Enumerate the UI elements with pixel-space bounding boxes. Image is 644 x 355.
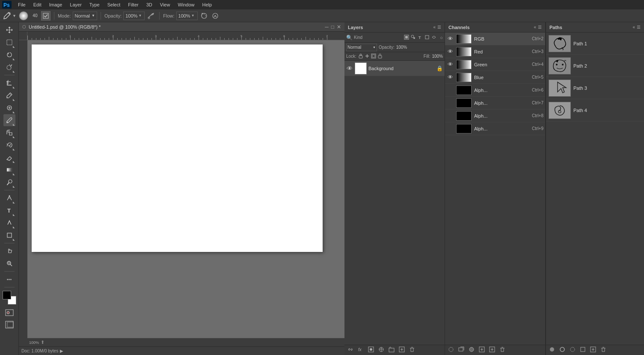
channel-rgb[interactable]: 👁 RGB Ctrl+2 [445, 33, 545, 45]
channel-alpha4[interactable]: 👁 Alph... Ctrl+9 [445, 122, 545, 135]
canvas-rotation-btn[interactable] [199, 11, 209, 21]
filter-adj-btn[interactable] [410, 35, 416, 41]
layer-adj-btn[interactable] [377, 346, 386, 354]
menu-layer[interactable]: Layer [66, 1, 85, 8]
path-item-4[interactable]: Path 4 [546, 99, 644, 121]
screen-mode-btn[interactable] [3, 319, 15, 331]
smoothing-btn[interactable] [211, 11, 220, 21]
foreground-color[interactable] [3, 291, 11, 299]
lock-pos-btn[interactable] [365, 53, 370, 59]
ch-delete-channel-btn[interactable] [498, 346, 507, 354]
scrollbar-h[interactable]: 100% ⬆ [27, 338, 344, 346]
paths-collapse-btn[interactable]: « [632, 25, 635, 30]
channel-green[interactable]: 👁 Green Ctrl+4 [445, 58, 545, 71]
quick-select-tool[interactable]: ◣ [3, 61, 15, 73]
quick-mask-btn[interactable] [3, 307, 15, 319]
ch-marching-ants-btn[interactable] [447, 346, 455, 354]
layer-group-btn[interactable] [387, 346, 396, 354]
path-new-btn[interactable] [589, 346, 597, 354]
filter-toggle[interactable]: ○ [440, 35, 443, 40]
move-tool[interactable] [3, 24, 15, 36]
zoom-tool[interactable] [3, 257, 15, 269]
channel-vis-alpha4[interactable]: 👁 [447, 125, 454, 132]
eyedropper-tool[interactable]: ◣ [3, 89, 15, 101]
filter-smart-btn[interactable] [431, 35, 437, 41]
more-tools[interactable]: ••• [3, 273, 15, 285]
lock-all-btn[interactable] [377, 53, 383, 59]
menu-edit[interactable]: Edit [30, 1, 45, 8]
layers-menu-btn[interactable]: ☰ [437, 25, 441, 30]
layer-vis-background[interactable]: 👁 [346, 65, 353, 72]
doc-close-btn[interactable]: ✕ [337, 24, 341, 30]
path-item-2[interactable]: Path 2 [546, 55, 644, 77]
path-to-shape-btn[interactable] [579, 346, 587, 354]
channel-alpha2[interactable]: 👁 Alph... Ctrl+7 [445, 97, 545, 109]
paths-menu-btn[interactable]: ☰ [637, 25, 641, 30]
ch-new-from-visible-btn[interactable] [457, 346, 466, 354]
menu-select[interactable]: Select [104, 1, 124, 8]
channel-vis-rgb[interactable]: 👁 [447, 36, 454, 42]
status-arrow[interactable]: ▶ [60, 349, 63, 353]
menu-help[interactable]: Help [199, 1, 216, 8]
path-delete-btn[interactable] [599, 346, 608, 354]
text-tool[interactable]: T ◣ [3, 204, 15, 216]
canvas-document[interactable] [32, 44, 323, 252]
color-swatches[interactable] [3, 291, 16, 305]
path-fill-btn[interactable] [548, 346, 556, 354]
menu-image[interactable]: Image [46, 1, 66, 8]
channel-vis-red[interactable]: 👁 [447, 48, 454, 55]
channel-vis-green[interactable]: 👁 [447, 61, 454, 68]
channel-vis-alpha1[interactable]: 👁 [447, 87, 454, 93]
filter-type-btn[interactable]: T [417, 35, 423, 41]
brush-size-display[interactable] [18, 10, 29, 21]
layers-collapse-btn[interactable]: « [433, 25, 436, 30]
dodge-tool[interactable]: ◣ [3, 176, 15, 188]
export-btn[interactable]: ⬆ [41, 340, 45, 345]
menu-type[interactable]: Type [86, 1, 103, 8]
channels-menu-btn[interactable]: ☰ [538, 25, 542, 30]
gradient-tool[interactable]: ◣ [3, 164, 15, 176]
channel-vis-blue[interactable]: 👁 [447, 74, 454, 80]
hand-tool[interactable] [3, 245, 15, 257]
doc-minimize-btn[interactable]: ─ [325, 24, 329, 30]
menu-filter[interactable]: Filter [125, 1, 142, 8]
airbrush-btn[interactable] [146, 11, 156, 21]
ch-add-mask-btn[interactable] [478, 346, 486, 354]
ch-new-channel-btn[interactable] [488, 346, 496, 354]
layer-mask-btn[interactable] [367, 346, 375, 354]
lock-pixels-btn[interactable] [358, 53, 363, 59]
channel-vis-alpha2[interactable]: 👁 [447, 100, 454, 106]
crop-tool[interactable]: ◣ [3, 77, 15, 89]
channel-blue[interactable]: 👁 Blue Ctrl+5 [445, 71, 545, 84]
brush-tool-icon[interactable]: ▼ [3, 12, 16, 20]
channel-alpha1[interactable]: 👁 Alph... Ctrl+6 [445, 84, 545, 97]
path-select-tool[interactable]: ◣ [3, 217, 15, 229]
pen-tool[interactable]: ◣ [3, 192, 15, 204]
menu-3d[interactable]: 3D [143, 1, 156, 8]
doc-maximize-btn[interactable]: □ [331, 24, 334, 30]
channel-red[interactable]: 👁 Red Ctrl+3 [445, 45, 545, 58]
path-item-1[interactable]: Path 1 [546, 33, 644, 55]
layer-link-btn[interactable] [346, 346, 355, 354]
filter-shape-btn[interactable] [424, 35, 430, 41]
blending-mode-dropdown[interactable]: Normal ▼ [346, 44, 377, 51]
canvas-scroll-area[interactable] [27, 40, 344, 338]
path-stroke-btn[interactable] [558, 346, 567, 354]
lock-artboard-btn[interactable] [371, 53, 376, 59]
filter-pixel-btn[interactable] [404, 35, 410, 41]
brush-tool[interactable]: ◣ [3, 114, 15, 126]
shape-tool[interactable]: ◣ [3, 229, 15, 241]
menu-file[interactable]: File [15, 1, 29, 8]
menu-window[interactable]: Window [174, 1, 198, 8]
heal-tool[interactable]: ◣ [3, 102, 15, 114]
opacity-input[interactable]: 100% ▼ [123, 12, 145, 20]
channel-vis-alpha3[interactable]: 👁 [447, 112, 454, 119]
layer-new-btn[interactable] [398, 346, 406, 354]
path-to-selection-btn[interactable] [568, 346, 577, 354]
layer-fx-btn[interactable]: fx [356, 346, 365, 354]
marquee-tool[interactable]: ◣ [3, 36, 15, 48]
channels-collapse-btn[interactable]: « [534, 25, 536, 30]
brush-preset-btn[interactable] [41, 11, 50, 21]
mode-dropdown[interactable]: Normal ▼ [73, 12, 97, 20]
layer-item-background[interactable]: 👁 Background 🔒 [344, 61, 445, 76]
